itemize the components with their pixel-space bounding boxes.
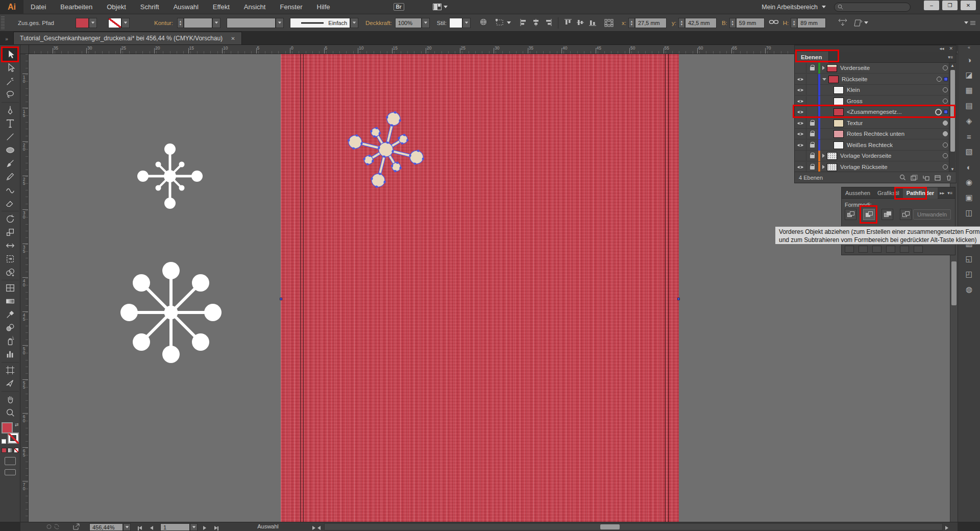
align-bottom-icon[interactable]: [587, 17, 598, 28]
document-tab[interactable]: Tutorial_Geschenkanhaenger_drucken.ai* b…: [13, 32, 242, 44]
visibility-toggle[interactable]: [795, 118, 806, 129]
layer-thumbnail[interactable]: [827, 152, 837, 160]
layer-row-vorlage-vorderseite[interactable]: Vorlage Vorderseite: [795, 151, 956, 161]
width-label[interactable]: B:: [722, 20, 727, 26]
recolor-artwork-icon[interactable]: [479, 17, 488, 28]
visibility-toggle[interactable]: [795, 129, 806, 139]
visibility-toggle[interactable]: [795, 162, 806, 173]
line-segment-tool[interactable]: [3, 130, 18, 143]
layers-scrollbar[interactable]: ▲ ▼: [949, 63, 955, 173]
layer-thumbnail[interactable]: [827, 64, 837, 72]
pathfinder-action-icon[interactable]: [872, 246, 881, 253]
height-label[interactable]: H:: [783, 20, 789, 26]
pen-tool[interactable]: [3, 104, 18, 117]
zoom-level-field[interactable]: 456,44%: [89, 523, 123, 531]
symbols-panel-icon[interactable]: ◈: [962, 115, 977, 127]
style-control[interactable]: [449, 18, 471, 28]
color-panel-icon[interactable]: ◑: [962, 54, 977, 66]
ruler-corner[interactable]: [20, 45, 29, 54]
layer-thumbnail[interactable]: [827, 163, 837, 171]
tab-aussehen[interactable]: Aussehen: [842, 187, 874, 199]
pathfinder-action-icon[interactable]: [886, 246, 895, 253]
default-fill-stroke-icon[interactable]: [2, 439, 6, 444]
opacity-dropdown[interactable]: [422, 18, 430, 28]
layer-name[interactable]: Vorderseite: [840, 65, 870, 71]
stroke-dropdown[interactable]: [121, 18, 130, 28]
align-middle-icon[interactable]: [575, 17, 586, 28]
path-anchor[interactable]: [280, 298, 282, 300]
scale-tool-icon[interactable]: [838, 18, 847, 28]
width-profile-value[interactable]: [227, 18, 276, 28]
lock-toggle[interactable]: [806, 96, 818, 107]
free-transform-tool[interactable]: [3, 252, 18, 266]
menu-schrift[interactable]: Schrift: [133, 0, 166, 14]
visibility-toggle[interactable]: [795, 85, 806, 95]
x-value[interactable]: 27,5 mm: [635, 18, 667, 28]
control-panel-menu[interactable]: [964, 20, 976, 26]
drawing-mode-button[interactable]: [5, 457, 16, 465]
hand-tool[interactable]: [3, 393, 18, 406]
stroke-swatch[interactable]: [108, 18, 121, 28]
target-indicator[interactable]: [943, 131, 948, 136]
blend-tool[interactable]: [3, 321, 18, 334]
target-indicator[interactable]: [943, 99, 948, 104]
screen-mode-button[interactable]: [5, 469, 16, 475]
appearance-panel-icon[interactable]: ◉: [962, 176, 977, 188]
opacity-control[interactable]: 100%: [395, 18, 430, 28]
target-indicator[interactable]: [943, 142, 948, 148]
path-anchor[interactable]: [677, 298, 680, 300]
swap-fill-stroke-icon[interactable]: ⇄: [15, 422, 19, 427]
artboard-red-paper[interactable]: [281, 54, 679, 522]
mesh-tool[interactable]: [3, 281, 18, 295]
scroll-thumb[interactable]: [950, 70, 955, 152]
menu-bearbeiten[interactable]: Bearbeiten: [53, 0, 100, 14]
fill-proxy[interactable]: [2, 422, 13, 433]
visibility-toggle[interactable]: [795, 151, 806, 161]
lock-toggle[interactable]: [806, 85, 818, 95]
gradient-panel-icon[interactable]: ▧: [962, 146, 977, 158]
pathfinder-action-icon[interactable]: [845, 246, 854, 253]
layer-thumbnail[interactable]: [834, 86, 844, 94]
x-stepper[interactable]: ▲▼: [628, 18, 635, 28]
align-left-icon[interactable]: [518, 17, 529, 28]
fill-stroke-widget[interactable]: ⇄: [2, 422, 19, 444]
lock-toggle[interactable]: [806, 107, 818, 117]
target-indicator[interactable]: [943, 120, 948, 126]
layer-row-gross[interactable]: Gross: [795, 96, 956, 107]
stroke-panel-icon[interactable]: ≡: [962, 130, 977, 142]
transparency-panel-icon[interactable]: ◐: [962, 161, 977, 173]
panel-menu-icon[interactable]: ▾≡: [947, 190, 952, 196]
reference-point-control[interactable]: [495, 18, 511, 28]
layer-row-rotes-rechteck-unten[interactable]: Rotes Rechteck unten: [795, 129, 956, 139]
lock-toggle[interactable]: [806, 118, 818, 129]
color-guide-panel-icon[interactable]: ◪: [962, 69, 977, 81]
magic-wand-tool[interactable]: [3, 75, 18, 88]
brushes-panel-icon[interactable]: ▤: [962, 100, 977, 112]
width-value[interactable]: 59 mm: [736, 18, 765, 28]
vertical-scroll-thumb[interactable]: [951, 261, 957, 305]
fill-dropdown[interactable]: [89, 18, 97, 28]
make-clipping-mask-icon[interactable]: [911, 175, 918, 181]
layer-row-vorderseite[interactable]: Vorderseite: [795, 63, 956, 74]
align-top-icon[interactable]: [562, 17, 574, 28]
navigator-panel-icon[interactable]: ◰: [962, 268, 977, 280]
link-dimensions-icon[interactable]: [769, 18, 779, 27]
sync-settings-icon[interactable]: [46, 523, 60, 531]
opacity-value[interactable]: 100%: [395, 18, 422, 28]
lock-toggle[interactable]: [806, 63, 818, 74]
width-tool[interactable]: [3, 239, 18, 252]
first-artboard-icon[interactable]: [138, 525, 142, 531]
transform-panel-icon[interactable]: ◱: [962, 253, 977, 265]
target-indicator[interactable]: [937, 77, 942, 82]
collapse-panel-icon[interactable]: ◂◂: [939, 46, 944, 51]
fill-swatch[interactable]: [76, 18, 89, 28]
target-indicator[interactable]: [943, 153, 948, 158]
export-icon[interactable]: [72, 523, 80, 531]
hscroll-left-icon[interactable]: [317, 525, 321, 531]
target-indicator[interactable]: [943, 164, 948, 170]
shear-control[interactable]: [853, 19, 868, 27]
delete-layer-icon[interactable]: [946, 174, 952, 181]
target-indicator-targeted[interactable]: [935, 109, 942, 115]
stroke-weight-value[interactable]: [184, 18, 212, 28]
exclude-button[interactable]: [900, 209, 912, 220]
